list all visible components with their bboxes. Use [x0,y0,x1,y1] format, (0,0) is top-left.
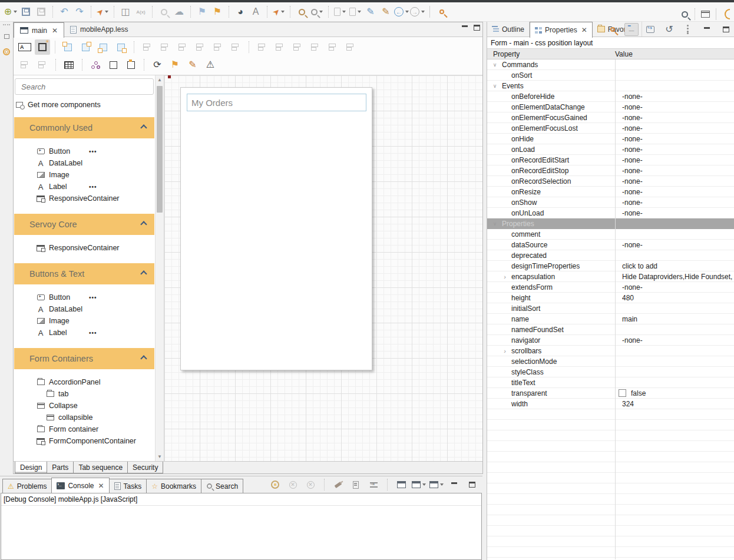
palette-item-collapse[interactable]: Collapse [14,400,155,412]
editor-tab-main[interactable]: main✕ [14,22,64,38]
palette-search-box[interactable] [15,78,154,95]
form-title-label-element[interactable]: My Orders [187,94,366,111]
anchor-bottom-left-button[interactable] [95,39,111,55]
designer-tab-parts[interactable]: Parts [47,462,74,473]
distribute-horizontal-button[interactable] [17,57,32,72]
close-tab-icon[interactable]: ✕ [98,482,104,490]
new-wizard-dropdown-icon[interactable] [14,11,17,13]
perspective-partial-button[interactable] [720,7,734,21]
scroll-lock-button[interactable] [349,478,363,492]
remove-launch-button[interactable]: ✕ [286,478,300,492]
sync-flag-orange-button[interactable]: ⚑ [210,5,224,19]
property-row-onelementdatachange[interactable]: onElementDataChange-none- [487,102,734,112]
property-value[interactable]: -none- [622,209,733,217]
property-row-scrollbars[interactable]: ›scrollbars [487,346,734,356]
pin-properties-button[interactable] [606,23,620,36]
word-wrap-button[interactable] [366,478,381,492]
property-row-onbeforehide[interactable]: onBeforeHide-none- [487,91,734,102]
minimize-editor-icon[interactable] [462,25,468,27]
close-tab-icon[interactable]: ✕ [581,26,587,34]
select-parent-button[interactable] [105,57,121,72]
property-value[interactable]: -none- [622,241,733,249]
property-value[interactable]: 324 [622,400,733,408]
property-row-comment[interactable]: comment [487,229,734,240]
export-solution-button[interactable]: ◫ [118,5,133,19]
open-console-dropdown-icon[interactable] [422,483,426,486]
property-value[interactable]: -none- [622,336,733,344]
view-tab-properties[interactable]: Properties✕ [530,22,593,38]
property-value[interactable]: Hide Dataproviders,Hide Foundset,Hi. [622,273,733,281]
anchor-top-left-button[interactable] [60,39,75,55]
property-row-designtimeproperties[interactable]: designTimePropertiesclick to add [487,261,734,271]
scroll-down-arrow-icon[interactable]: ▼ [156,454,164,459]
text-tool-button[interactable]: A [249,5,263,19]
property-value[interactable]: click to add [622,262,733,270]
column-divider[interactable] [615,59,616,559]
open-perspective-button[interactable] [698,7,712,21]
align-right-button[interactable] [157,39,173,55]
property-column-label[interactable]: Property [487,50,615,58]
group-elements-button[interactable] [123,57,138,72]
palette-scrollbar[interactable]: ▲ ▼ [155,75,164,461]
palette-section-header-form-containers[interactable]: Form Containers [14,348,154,369]
anchor-bottom-right-button[interactable] [113,39,128,55]
center-vertical-button[interactable] [228,39,243,55]
same-width-button[interactable] [254,39,270,55]
import-editor-dropdown-icon[interactable] [342,11,346,13]
open-form-script-button[interactable]: ✎ [185,57,200,72]
restore-default-value-button[interactable]: ↺ [662,23,676,36]
property-row-onrecordeditstart[interactable]: onRecordEditStart-none- [487,155,734,165]
property-row-onhide[interactable]: onHide-none- [487,134,734,144]
console-tab-search[interactable]: Search [201,479,243,493]
property-value[interactable]: 480 [622,294,733,302]
property-row-titletext[interactable]: titleText [487,377,734,388]
palette-item-form-container[interactable]: Form container [14,423,155,435]
property-value[interactable]: -none- [622,92,733,101]
start-debug-button[interactable]: ➤ [95,5,110,19]
save-all-button[interactable] [34,5,48,19]
expand-icon[interactable]: › [501,273,508,280]
set-flag-button[interactable]: ⚑ [167,57,183,72]
property-value[interactable]: main [622,315,733,323]
redo-button[interactable]: ↷ [72,5,87,19]
property-row-encapsulation[interactable]: ›encapsulationHide Dataproviders,Hide Fo… [487,271,734,282]
show-containment-hierarchy-button[interactable] [88,57,103,72]
console-output-area[interactable]: [Debug Console] mobileApp.js [JavaScript… [1,493,482,560]
minimize-console-button[interactable] [447,478,461,492]
align-left-button[interactable] [140,39,155,55]
property-row-transparent[interactable]: transparentfalse [487,388,734,399]
maximize-console-button[interactable] [465,478,479,492]
collapse-chevron-icon[interactable] [140,270,147,277]
palette-search-input[interactable] [15,82,153,91]
property-row-selectionmode[interactable]: selectionMode [487,356,734,367]
place-portal-grid-button[interactable] [61,57,77,72]
property-value[interactable]: -none- [622,114,733,122]
palette-item-button[interactable]: Button••• [14,145,155,157]
welcome-view-button[interactable] [1,47,12,57]
quick-fix-button[interactable]: ✎ [379,5,393,19]
get-more-components-link[interactable]: Get more components [14,95,155,114]
property-value[interactable]: -none- [622,103,733,111]
restore-view-button[interactable] [1,31,12,42]
property-row-deprecated[interactable]: deprecated [487,250,734,261]
property-row-properties[interactable]: ∨Properties [487,218,734,229]
item-options-icon[interactable]: ••• [89,330,97,336]
property-value[interactable]: -none- [622,283,733,291]
palette-item-accordionpanel[interactable]: AccordionPanel [14,376,155,388]
show-categories-button[interactable] [624,23,639,36]
property-row-navigator[interactable]: navigator-none- [487,335,734,346]
property-row-extendsform[interactable]: extendsForm-none- [487,282,734,293]
deploy-cloud-button[interactable]: ☁ [172,5,186,19]
zoom-button[interactable] [295,5,309,19]
expand-icon[interactable]: › [501,347,508,354]
property-value[interactable]: -none- [622,156,733,164]
search-disabled-button[interactable] [157,5,171,19]
property-row-onelementfocuslost[interactable]: onElementFocusLost-none- [487,123,734,134]
value-checkbox[interactable] [619,389,626,397]
property-row-datasource[interactable]: dataSource-none- [487,240,734,250]
property-row-onshow[interactable]: onShow-none- [487,197,734,208]
maximize-view-button[interactable] [719,23,733,36]
palette-item-collapsible[interactable]: collapsible [14,412,155,423]
palette-section-header-buttons-text[interactable]: Buttons & Text [14,263,154,284]
property-value[interactable]: -none- [622,167,733,175]
